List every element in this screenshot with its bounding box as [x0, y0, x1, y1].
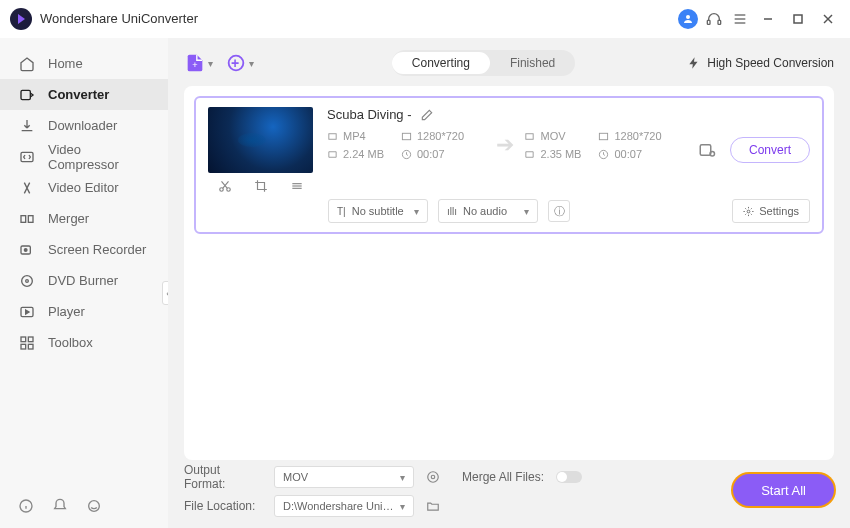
- toolbar: + ▾ + ▾ Converting Finished High Speed C…: [184, 50, 834, 76]
- file-name: Scuba Diving -: [327, 107, 412, 122]
- tab-finished[interactable]: Finished: [490, 52, 575, 74]
- svg-point-0: [686, 15, 690, 19]
- svg-point-16: [22, 275, 33, 286]
- sidebar-item-label: Player: [48, 304, 85, 319]
- svg-point-15: [24, 248, 27, 251]
- sidebar-item-recorder[interactable]: Screen Recorder: [0, 234, 168, 265]
- menu-icon[interactable]: [730, 9, 750, 29]
- player-icon: [18, 303, 36, 321]
- sidebar-item-label: Downloader: [48, 118, 117, 133]
- titlebar: Wondershare UniConverter: [0, 0, 850, 38]
- content-area: + ▾ + ▾ Converting Finished High Speed C…: [168, 38, 850, 528]
- high-speed-toggle[interactable]: High Speed Conversion: [687, 56, 834, 70]
- svg-point-42: [431, 475, 435, 479]
- downloader-icon: [18, 117, 36, 135]
- svg-rect-13: [28, 215, 33, 222]
- tab-group: Converting Finished: [392, 50, 575, 76]
- svg-rect-39: [700, 145, 711, 156]
- sidebar-item-label: Toolbox: [48, 335, 93, 350]
- file-location-select[interactable]: D:\Wondershare UniConverter ▾: [274, 495, 414, 517]
- svg-point-40: [710, 152, 715, 157]
- sidebar-item-downloader[interactable]: Downloader: [0, 110, 168, 141]
- info-icon[interactable]: [18, 498, 34, 514]
- format-settings-icon[interactable]: [426, 470, 440, 484]
- close-button[interactable]: [820, 11, 836, 27]
- sidebar-item-converter[interactable]: Converter: [0, 79, 168, 110]
- cut-icon[interactable]: [218, 179, 232, 193]
- svg-rect-2: [718, 20, 721, 24]
- home-icon: [18, 55, 36, 73]
- app-title: Wondershare UniConverter: [40, 11, 198, 26]
- bell-icon[interactable]: [52, 498, 68, 514]
- merger-icon: [18, 210, 36, 228]
- start-all-button[interactable]: Start All: [733, 474, 834, 506]
- recorder-icon: [18, 241, 36, 259]
- dvd-icon: [18, 272, 36, 290]
- sidebar-item-merger[interactable]: Merger: [0, 203, 168, 234]
- svg-rect-19: [21, 337, 26, 342]
- svg-text:+: +: [192, 60, 197, 70]
- toolbox-icon: [18, 334, 36, 352]
- sidebar-item-label: Video Editor: [48, 180, 119, 195]
- user-avatar[interactable]: [678, 9, 698, 29]
- open-folder-icon[interactable]: [426, 499, 440, 513]
- file-card: Scuba Diving - MP4 1280*720 2.24 MB: [194, 96, 824, 234]
- svg-rect-22: [28, 344, 33, 349]
- sidebar-item-player[interactable]: Player: [0, 296, 168, 327]
- sidebar-item-label: Converter: [48, 87, 109, 102]
- convert-button[interactable]: Convert: [730, 137, 810, 163]
- audio-select[interactable]: ıllı No audio ▾: [438, 199, 538, 223]
- svg-point-41: [747, 210, 750, 213]
- crop-icon[interactable]: [254, 179, 268, 193]
- svg-rect-21: [21, 344, 26, 349]
- output-format-label: Output Format:: [184, 463, 262, 491]
- sidebar-item-toolbox[interactable]: Toolbox: [0, 327, 168, 358]
- maximize-button[interactable]: [790, 11, 806, 27]
- svg-rect-1: [707, 20, 710, 24]
- add-file-button[interactable]: + ▾: [184, 52, 213, 74]
- sidebar-item-editor[interactable]: Video Editor: [0, 172, 168, 203]
- svg-rect-11: [21, 152, 33, 161]
- sidebar-item-home[interactable]: Home: [0, 48, 168, 79]
- svg-rect-34: [402, 133, 410, 139]
- compressor-icon: [18, 148, 36, 166]
- edit-name-icon[interactable]: [420, 108, 434, 122]
- svg-rect-37: [600, 133, 608, 139]
- output-format-select[interactable]: MOV ▾: [274, 466, 414, 488]
- minimize-button[interactable]: [760, 11, 776, 27]
- svg-point-43: [428, 472, 439, 483]
- sidebar: Home Converter Downloader Video Compress…: [0, 38, 168, 528]
- sidebar-item-label: DVD Burner: [48, 273, 118, 288]
- app-logo: [10, 8, 32, 30]
- sidebar-item-compressor[interactable]: Video Compressor: [0, 141, 168, 172]
- settings-button[interactable]: Settings: [732, 199, 810, 223]
- svg-rect-7: [794, 15, 802, 23]
- sidebar-item-label: Screen Recorder: [48, 242, 146, 257]
- merge-label: Merge All Files:: [462, 470, 544, 484]
- sidebar-item-label: Video Compressor: [48, 142, 150, 172]
- headset-icon[interactable]: [704, 9, 724, 29]
- merge-toggle[interactable]: [556, 471, 582, 483]
- video-thumbnail[interactable]: [208, 107, 313, 173]
- output-settings-icon[interactable]: [698, 141, 716, 159]
- arrow-icon: ➔: [496, 132, 514, 158]
- svg-point-17: [26, 279, 29, 282]
- more-icon[interactable]: [290, 179, 304, 193]
- subtitle-select[interactable]: T| No subtitle ▾: [328, 199, 428, 223]
- converter-icon: [18, 86, 36, 104]
- add-url-button[interactable]: + ▾: [225, 52, 254, 74]
- file-location-label: File Location:: [184, 499, 262, 513]
- tab-converting[interactable]: Converting: [392, 52, 490, 74]
- sidebar-item-label: Merger: [48, 211, 89, 226]
- sidebar-item-dvd[interactable]: DVD Burner: [0, 265, 168, 296]
- svg-rect-20: [28, 337, 33, 342]
- svg-rect-10: [21, 90, 30, 99]
- editor-icon: [18, 179, 36, 197]
- footer: Output Format: MOV ▾ Merge All Files: Fi…: [184, 460, 834, 516]
- sidebar-item-label: Home: [48, 56, 83, 71]
- info-button[interactable]: ⓘ: [548, 200, 570, 222]
- feedback-icon[interactable]: [86, 498, 102, 514]
- svg-rect-12: [21, 215, 26, 222]
- svg-rect-36: [526, 133, 533, 139]
- svg-rect-33: [329, 133, 336, 139]
